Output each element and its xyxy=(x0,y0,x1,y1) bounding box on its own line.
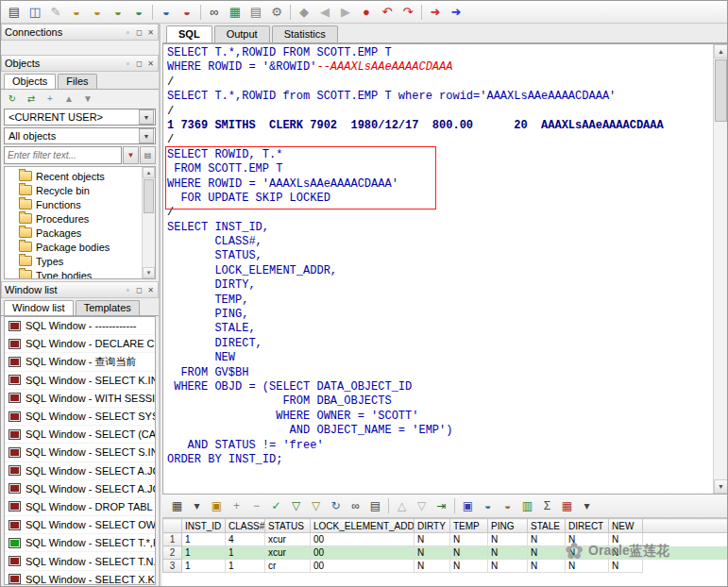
find-icon[interactable]: ∞ xyxy=(204,2,225,23)
tab-objects[interactable]: Objects xyxy=(4,74,56,89)
grid-cell[interactable]: xcur xyxy=(265,546,311,560)
window-list-item[interactable]: SQL Window - SELECT (CA xyxy=(5,426,155,444)
window-list-item[interactable]: SQL Window - SELECT X.KS xyxy=(5,571,155,585)
db-session-gold-icon[interactable]: ◒ xyxy=(66,2,87,23)
break-icon[interactable]: ➜ xyxy=(446,2,466,23)
grid-cell[interactable]: N xyxy=(415,533,450,546)
grid-cell[interactable]: 00 xyxy=(311,546,415,560)
close-icon[interactable]: ✕ xyxy=(146,286,155,294)
scroll-up-icon[interactable]: ▲ xyxy=(143,167,155,178)
float-icon[interactable]: ▫ xyxy=(124,286,132,294)
redo-icon[interactable]: ↷ xyxy=(398,2,418,23)
tree-item[interactable]: Type bodies xyxy=(5,268,155,279)
filter-input[interactable] xyxy=(4,146,122,164)
pin-icon[interactable]: + xyxy=(42,90,59,107)
window-list-item[interactable]: SQL Window - WITH SESSI xyxy=(5,390,155,408)
dock-icon[interactable]: ◻ xyxy=(135,59,144,68)
expand-all-icon[interactable]: ▼ xyxy=(79,90,96,107)
chevron-down-icon[interactable]: ▼ xyxy=(139,128,154,143)
grid-cell[interactable]: N xyxy=(450,560,488,573)
grid-cell[interactable]: N xyxy=(450,533,488,546)
export-xls-icon[interactable]: ▥ xyxy=(517,496,537,516)
grid-cell[interactable]: 00 xyxy=(311,560,415,573)
grid-cell[interactable]: N xyxy=(566,533,609,546)
new-document-icon[interactable]: ▤ xyxy=(4,2,25,23)
chevron-down-icon[interactable]: ▼ xyxy=(139,109,154,125)
undo-icon[interactable]: ↶ xyxy=(377,2,398,23)
window-list-item[interactable]: SQL Window - SELECT T.N. xyxy=(5,552,155,570)
grid-cell[interactable]: 1 xyxy=(226,546,265,560)
grid-cell[interactable]: 4 xyxy=(226,533,265,546)
float-icon[interactable]: ▫ xyxy=(124,59,132,68)
collapse-all-icon[interactable]: ▲ xyxy=(60,90,77,107)
tree-item[interactable]: Package bodies xyxy=(5,240,155,254)
tree-item[interactable]: Packages xyxy=(5,226,155,240)
grid-cell[interactable]: N xyxy=(609,546,643,560)
db-connect-blue-icon[interactable]: ◒ xyxy=(156,2,177,23)
tree-item[interactable]: Recent objects xyxy=(5,169,155,183)
float-icon[interactable]: ▫ xyxy=(124,28,132,37)
row-number-cell[interactable]: 3 xyxy=(163,560,182,573)
find-results-icon[interactable]: ∞ xyxy=(346,496,365,516)
prev-page-icon[interactable]: △ xyxy=(392,496,412,516)
post-changes-icon[interactable]: ✓ xyxy=(266,496,286,516)
scroll-thumb[interactable] xyxy=(144,179,154,213)
column-header[interactable]: CLASS# xyxy=(226,519,265,533)
nav-forward-icon[interactable]: ▶ xyxy=(335,2,356,23)
window-list-item[interactable]: SQL Window - ------------ xyxy=(5,317,155,335)
grid-cell[interactable]: 1 xyxy=(226,560,265,573)
grid-cell[interactable]: N xyxy=(609,533,643,546)
sort-desc-icon[interactable]: ▽ xyxy=(306,496,326,516)
layout-dropdown-icon[interactable]: ▾ xyxy=(577,496,597,516)
column-header[interactable]: DIRTY xyxy=(415,519,450,533)
window-list-item[interactable]: SQL Window - DROP TABL xyxy=(5,498,155,516)
row-number-cell[interactable]: 1 xyxy=(163,533,182,546)
refresh-icon[interactable]: ↻ xyxy=(4,90,21,107)
scroll-down-icon[interactable]: ▼ xyxy=(143,267,155,278)
export-file-icon[interactable]: ◒ xyxy=(498,496,517,516)
column-header[interactable]: NEW xyxy=(609,519,643,533)
sql-code-area[interactable]: SELECT T.*,ROWID FROM SCOTT.EMP TWHERE R… xyxy=(167,46,712,492)
column-header[interactable]: LOCK_ELEMENT_ADDR xyxy=(311,519,415,533)
column-header[interactable]: STATUS xyxy=(265,519,311,533)
tab-window-list[interactable]: Window list xyxy=(4,300,74,315)
window-list-item[interactable]: SQL Window - 查询当前 xyxy=(5,353,155,371)
delete-record-icon[interactable]: − xyxy=(246,496,266,516)
window-list-item[interactable]: SQL Window - SELECT OW xyxy=(5,516,155,534)
sum-icon[interactable]: Σ xyxy=(537,496,557,516)
grid-cell[interactable]: N xyxy=(566,546,609,560)
next-page-icon[interactable]: ▽ xyxy=(412,496,432,516)
execute-icon[interactable]: ➜ xyxy=(425,2,446,23)
db-disconnect-red-icon[interactable]: ◒ xyxy=(177,2,197,23)
compile-diamond-icon[interactable]: ◆ xyxy=(294,2,314,23)
window-list-item[interactable]: SQL Window - SELECT A.JC xyxy=(5,480,155,498)
tab-sql[interactable]: SQL xyxy=(166,25,212,42)
row-number-cell[interactable]: 2 xyxy=(163,546,182,560)
edit-icon[interactable]: ✎ xyxy=(45,2,66,23)
grid-dropdown-icon[interactable]: ▾ xyxy=(187,496,207,516)
single-record-view-icon[interactable]: ▤ xyxy=(365,496,385,516)
add-record-icon[interactable]: + xyxy=(227,496,246,516)
tab-statistics[interactable]: Statistics xyxy=(272,25,338,42)
tree-item[interactable]: Types xyxy=(5,254,155,268)
grid-cell[interactable]: N xyxy=(528,560,566,573)
tree-item[interactable]: Recycle bin xyxy=(5,183,155,197)
tree-item[interactable]: Functions xyxy=(5,197,155,211)
window-list-item[interactable]: SQL Window - SELECT S.IN xyxy=(5,444,155,461)
macro-record-icon[interactable]: ● xyxy=(356,2,377,23)
close-icon[interactable]: ✕ xyxy=(146,28,155,37)
window-list-item[interactable]: SQL Window - SELECT K.IN xyxy=(5,372,155,390)
grid-cell[interactable]: cr xyxy=(265,560,311,573)
tab-output[interactable]: Output xyxy=(214,25,270,42)
table-definition-icon[interactable]: ▦ xyxy=(225,2,245,23)
grid-cell[interactable]: 1 xyxy=(182,560,226,573)
window-list-item[interactable]: SQL Window - DECLARE C xyxy=(5,335,155,353)
column-header[interactable]: INST_ID xyxy=(182,519,226,533)
filter-icon[interactable]: ▼ xyxy=(123,146,139,164)
describe-icon[interactable]: ▤ xyxy=(245,2,266,23)
nav-back-icon[interactable]: ◀ xyxy=(314,2,335,23)
tree-item[interactable]: Procedures xyxy=(5,211,155,226)
import-tables-icon[interactable]: ◒ xyxy=(128,2,149,23)
save-results-icon[interactable]: ▣ xyxy=(458,496,478,516)
current-user-dropdown[interactable]: <CURRENT USER> ▼ xyxy=(4,109,156,126)
